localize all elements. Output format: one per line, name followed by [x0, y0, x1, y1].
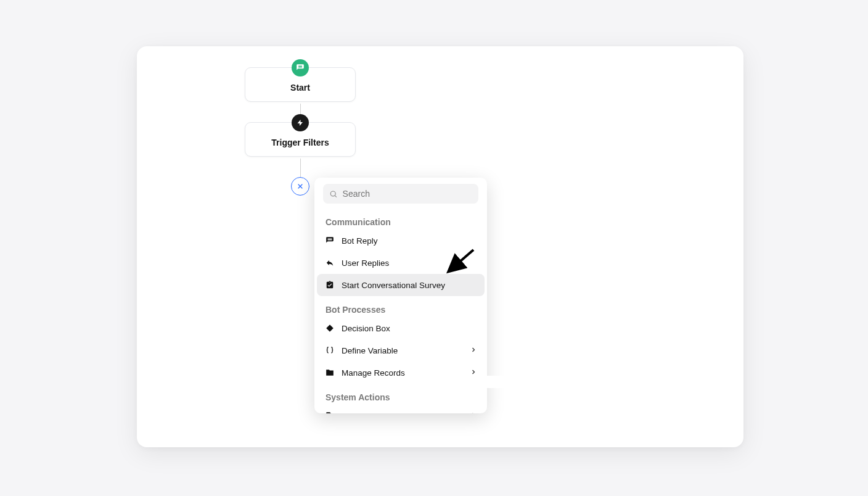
close-button[interactable] [291, 177, 309, 196]
svg-line-3 [335, 196, 337, 197]
section-header-communication: Communication [314, 209, 487, 229]
overlay-box [472, 376, 509, 388]
search-icon [329, 189, 338, 199]
action-picker-popup: Communication Bot Reply User Replies Sta… [314, 178, 487, 413]
menu-item-manage-records[interactable]: Manage Records [314, 362, 487, 384]
svg-point-2 [330, 191, 335, 196]
clipboard-icon [326, 281, 334, 289]
menu-item-label: User Replies [342, 258, 389, 268]
chevron-right-icon [470, 411, 477, 414]
menu-item-define-variable[interactable]: Define Variable [314, 339, 487, 362]
menu-item-label: Define Variable [342, 346, 398, 355]
menu-item-tagging[interactable]: Tagging [314, 405, 487, 413]
diamond-icon [326, 324, 334, 333]
menu-item-label: Tagging [342, 411, 371, 414]
bot-reply-icon [326, 236, 334, 245]
braces-icon [326, 346, 334, 355]
tag-icon [326, 411, 334, 413]
search-input[interactable] [343, 189, 472, 199]
menu-item-label: Start Conversational Survey [342, 281, 445, 290]
menu-item-user-replies[interactable]: User Replies [314, 252, 487, 274]
lightning-icon [292, 114, 309, 131]
search-field-wrap[interactable] [323, 184, 478, 204]
folder-icon [326, 368, 334, 377]
chevron-right-icon [470, 346, 477, 355]
close-icon [297, 183, 304, 190]
connector-line [300, 104, 301, 115]
menu-item-label: Decision Box [342, 324, 390, 333]
reply-icon [326, 258, 334, 267]
section-header-system-actions: System Actions [314, 384, 487, 405]
start-node[interactable]: Start [245, 67, 356, 102]
section-header-bot-processes: Bot Processes [314, 296, 487, 317]
chat-icon [292, 59, 309, 76]
menu-item-decision-box[interactable]: Decision Box [314, 317, 487, 339]
connector-line [300, 159, 301, 177]
menu-item-start-survey[interactable]: Start Conversational Survey [317, 274, 485, 296]
start-node-label: Start [252, 83, 349, 93]
menu-item-bot-reply[interactable]: Bot Reply [314, 229, 487, 252]
menu-item-label: Bot Reply [342, 236, 378, 246]
trigger-filters-node-label: Trigger Filters [252, 138, 349, 147]
menu-item-label: Manage Records [342, 368, 405, 378]
trigger-filters-node[interactable]: Trigger Filters [245, 122, 356, 157]
